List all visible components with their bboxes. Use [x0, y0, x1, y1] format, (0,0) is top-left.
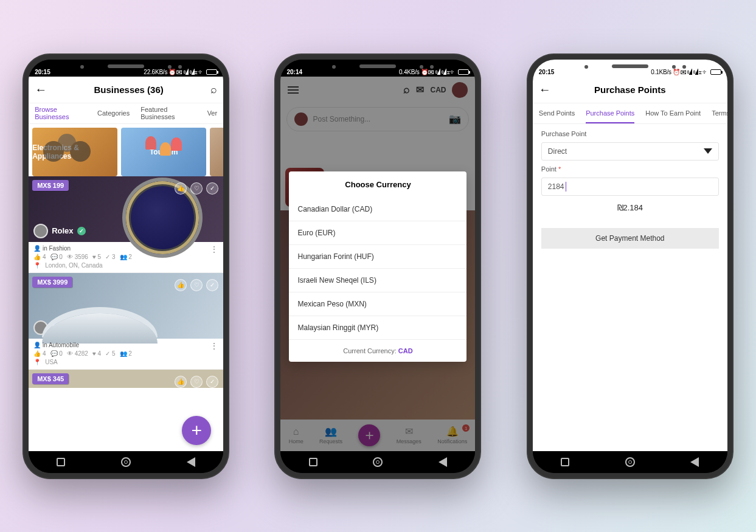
- business-avatar: [33, 320, 48, 335]
- business-hero: MX$ 199 👍 ♡ ✓ Rolex ✓: [29, 176, 223, 242]
- options-icon[interactable]: ⋮: [210, 244, 218, 254]
- screen: ← Purchase Points Send Points Purchase P…: [533, 77, 727, 451]
- business-hero: MX$ 3999 👍 ♡ ✓ BMW ✓: [29, 273, 223, 339]
- tab-browse[interactable]: Browse Businesses: [35, 106, 86, 124]
- phone-businesses: 20:15 22.6KB/s ⏰ ✉ ▯◢ ▯◢ ⧖ ᯤ ← Businesse…: [23, 54, 229, 479]
- business-name: BMW: [52, 323, 72, 332]
- nav-home[interactable]: [362, 456, 393, 468]
- purchase-form: Purchase Point Direct Point * 2184 ₪2.18…: [533, 124, 727, 255]
- business-card[interactable]: MX$ 345 👍 ♡ ✓: [29, 370, 223, 388]
- currency-option[interactable]: Hungarian Forint (HUF): [289, 245, 466, 269]
- business-avatar: [33, 224, 48, 238]
- tab-send[interactable]: Send Points: [539, 109, 575, 117]
- point-input[interactable]: 2184: [541, 178, 719, 196]
- app-bar: ← Businesses (36) ⌕: [29, 77, 223, 103]
- tab-howto[interactable]: How To Earn Point: [645, 109, 701, 117]
- network-speed: 22.6KB/s: [144, 69, 167, 75]
- category-row[interactable]: Electronics & Appliances Tourism: [29, 124, 223, 176]
- battery-icon: [458, 69, 469, 75]
- clock: 20:14: [286, 69, 302, 75]
- category-card[interactable]: Electronics & Appliances: [32, 128, 117, 176]
- verified-icon: ✓: [75, 323, 84, 332]
- status-bar: 20:15 0.1KB/s ⏰ ✉ ▯◢ ▯◢ ⧖ ᯤ: [533, 60, 727, 77]
- back-button[interactable]: ←: [539, 83, 551, 97]
- currency-option[interactable]: Mexican Peso (MXN): [289, 292, 466, 316]
- check-icon[interactable]: ✓: [206, 279, 218, 291]
- nav-home[interactable]: [615, 456, 645, 468]
- clock: 20:15: [539, 69, 555, 75]
- page-title: Purchase Points: [594, 85, 666, 95]
- device-speaker: [108, 64, 144, 68]
- heart-icon[interactable]: ♡: [190, 182, 203, 195]
- currency-option[interactable]: Malaysian Ringgit (MYR): [289, 316, 466, 340]
- tab-terms[interactable]: Terms &: [712, 109, 727, 117]
- calculated-price: ₪2.184: [541, 203, 719, 212]
- android-navbar: [280, 451, 475, 473]
- android-navbar: [533, 451, 727, 473]
- nav-recents[interactable]: [550, 456, 580, 468]
- currency-option[interactable]: Israeli New Sheqel (ILS): [289, 269, 466, 292]
- currency-option[interactable]: Euro (EUR): [289, 221, 466, 245]
- nav-back[interactable]: [679, 456, 710, 468]
- like-icon[interactable]: 👍: [175, 279, 187, 291]
- search-icon[interactable]: ⌕: [210, 83, 217, 96]
- check-icon[interactable]: ✓: [206, 182, 218, 195]
- nav-back[interactable]: [176, 456, 206, 468]
- input-value: 2184: [548, 182, 564, 191]
- like-icon[interactable]: 👍: [175, 376, 187, 388]
- status-bar: 20:14 0.4KB/s ⏰ ✉ ▯◢ ▯◢ ⧖ ᯤ: [280, 60, 475, 77]
- price-badge: MX$ 199: [32, 180, 69, 191]
- tab-more[interactable]: Ver: [207, 109, 218, 117]
- status-icons: ⏰ ✉ ▯◢ ▯◢ ⧖ ᯤ: [168, 69, 204, 75]
- heart-icon[interactable]: ♡: [190, 279, 203, 291]
- nav-home[interactable]: [111, 456, 141, 468]
- fab-add[interactable]: +: [182, 416, 211, 445]
- app-bar: ← Purchase Points: [533, 77, 727, 103]
- battery-icon: [206, 69, 217, 75]
- get-payment-button[interactable]: Get Payment Method: [541, 228, 719, 249]
- price-badge: MX$ 345: [32, 373, 69, 384]
- price-badge: MX$ 3999: [32, 277, 72, 288]
- heart-icon[interactable]: ♡: [190, 376, 203, 388]
- business-meta: ⋮ 👤 in Fashion 👍 4 💬 0 👁 3596 ♥ 5 ✓ 3 👥 …: [29, 242, 223, 273]
- nav-recents[interactable]: [46, 456, 76, 468]
- tabs: Send Points Purchase Points How To Earn …: [533, 103, 727, 124]
- verified-icon: ✓: [77, 227, 86, 235]
- chevron-down-icon: [704, 148, 712, 154]
- check-icon[interactable]: ✓: [206, 376, 218, 388]
- options-icon[interactable]: ⋮: [210, 341, 218, 351]
- currency-option[interactable]: Canadian Dollar (CAD): [289, 198, 466, 221]
- purchase-method-select[interactable]: Direct: [541, 142, 719, 161]
- tab-purchase[interactable]: Purchase Points: [586, 109, 634, 123]
- status-bar: 20:15 22.6KB/s ⏰ ✉ ▯◢ ▯◢ ⧖ ᯤ: [29, 60, 223, 77]
- phone-currency: 20:14 0.4KB/s ⏰ ✉ ▯◢ ▯◢ ⧖ ᯤ ⌕ ✉ CAD: [274, 54, 481, 479]
- phone-purchase: 20:15 0.1KB/s ⏰ ✉ ▯◢ ▯◢ ⧖ ᯤ ← Purchase P…: [527, 54, 733, 479]
- battery-icon: [710, 69, 721, 75]
- label-purchase: Purchase Point: [541, 130, 719, 137]
- business-card[interactable]: MX$ 3999 👍 ♡ ✓ BMW ✓: [29, 273, 223, 370]
- android-navbar: [29, 451, 223, 473]
- modal-title: Choose Currency: [289, 171, 466, 198]
- label-point: Point *: [541, 165, 719, 173]
- clock: 20:15: [35, 69, 50, 75]
- tab-categories[interactable]: Categories: [97, 109, 130, 117]
- nav-recents[interactable]: [298, 456, 328, 468]
- currency-modal: Choose Currency Canadian Dollar (CAD) Eu…: [289, 171, 466, 362]
- select-value: Direct: [548, 147, 567, 156]
- business-name: Rolex: [52, 226, 73, 235]
- business-meta: ⋮ 👤 in Automobile 👍 4 💬 0 👁 4282 ♥ 4 ✓ 5…: [29, 339, 223, 370]
- business-list[interactable]: MX$ 199 👍 ♡ ✓ Rolex ✓: [29, 176, 223, 451]
- modal-footer: Current Currency: CAD: [289, 340, 466, 362]
- tab-featured[interactable]: Featured Businesses: [140, 106, 196, 120]
- screen: ← Businesses (36) ⌕ Browse Businesses Ca…: [29, 77, 223, 451]
- tabs: Browse Businesses Categories Featured Bu…: [29, 103, 223, 124]
- text-cursor: [566, 182, 566, 192]
- business-card[interactable]: MX$ 199 👍 ♡ ✓ Rolex ✓: [29, 176, 223, 273]
- category-card[interactable]: Tourism: [121, 128, 206, 176]
- like-icon[interactable]: 👍: [175, 182, 187, 195]
- category-card[interactable]: [210, 128, 223, 176]
- page-title: Businesses (36): [94, 85, 164, 95]
- screen: ⌕ ✉ CAD Post Something... 📷 ⌂Home 👥Reque…: [280, 77, 475, 451]
- nav-back[interactable]: [428, 456, 458, 468]
- back-button[interactable]: ←: [35, 83, 47, 97]
